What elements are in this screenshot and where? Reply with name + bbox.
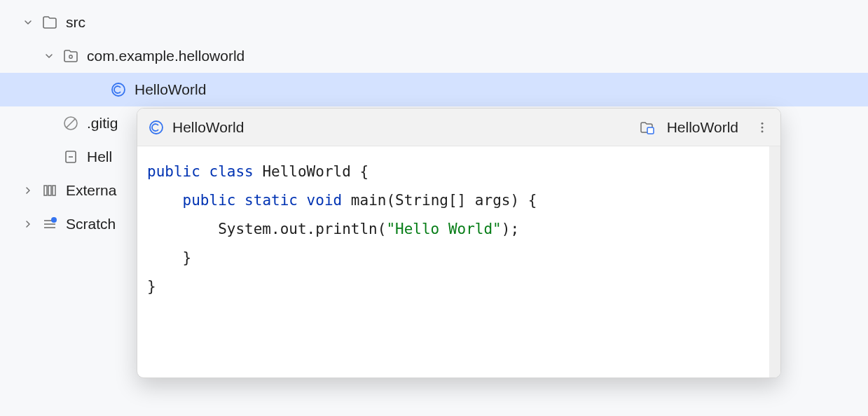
code-text: } (183, 249, 192, 266)
tree-label: Hell (87, 148, 112, 165)
tree-label: src (66, 14, 85, 31)
package-icon (62, 47, 80, 65)
chevron-right-icon[interactable] (21, 217, 35, 231)
tree-node-package[interactable]: com.example.helloworld (0, 39, 868, 73)
tree-node-class-helloworld[interactable]: HelloWorld (0, 73, 868, 106)
tree-label: Externa (66, 182, 116, 199)
file-icon (62, 148, 80, 166)
folder-icon (41, 13, 59, 32)
library-icon (41, 181, 59, 200)
code-text: ); (502, 221, 519, 237)
keyword: public (147, 163, 200, 180)
code-text: main(String[] args) { (351, 192, 537, 209)
keyword: void (307, 192, 343, 209)
svg-point-12 (51, 217, 57, 223)
class-icon (147, 118, 165, 137)
navigate-target-icon[interactable] (638, 118, 656, 137)
svg-point-17 (762, 130, 764, 132)
code-text: System.out.println( (218, 221, 386, 237)
tree-label: HelloWorld (135, 81, 206, 98)
svg-rect-6 (44, 186, 47, 195)
string-literal: "Hello World" (386, 221, 501, 237)
preview-context-label[interactable]: HelloWorld (667, 119, 738, 136)
tree-label: Scratch (66, 216, 116, 233)
chevron-right-icon[interactable] (21, 183, 35, 197)
preview-header: HelloWorld HelloWorld (137, 109, 780, 146)
excluded-icon (62, 114, 80, 132)
code-preview[interactable]: public class HelloWorld { public static … (137, 146, 780, 377)
tree-node-src[interactable]: src (0, 6, 868, 39)
chevron-down-icon[interactable] (42, 49, 56, 63)
svg-rect-14 (647, 127, 654, 134)
svg-rect-7 (48, 186, 51, 195)
keyword: public (183, 192, 236, 209)
tree-label: com.example.helloworld (87, 48, 244, 64)
code-text: } (147, 278, 156, 295)
preview-title: HelloWorld (172, 119, 244, 136)
keyword: static (244, 192, 298, 209)
svg-rect-8 (53, 186, 55, 195)
svg-point-0 (69, 55, 72, 58)
class-icon (109, 81, 128, 99)
svg-line-3 (67, 119, 75, 127)
scratches-icon (41, 215, 59, 233)
keyword: class (209, 163, 254, 180)
code-text: HelloWorld { (262, 163, 368, 180)
svg-point-15 (762, 122, 764, 124)
tree-label: .gitig (87, 115, 118, 132)
scrollbar[interactable] (769, 146, 780, 377)
svg-point-16 (762, 126, 764, 128)
more-options-icon[interactable] (754, 119, 771, 136)
chevron-down-icon[interactable] (21, 15, 35, 29)
quick-definition-popup: HelloWorld HelloWorld public class Hello… (137, 108, 781, 378)
